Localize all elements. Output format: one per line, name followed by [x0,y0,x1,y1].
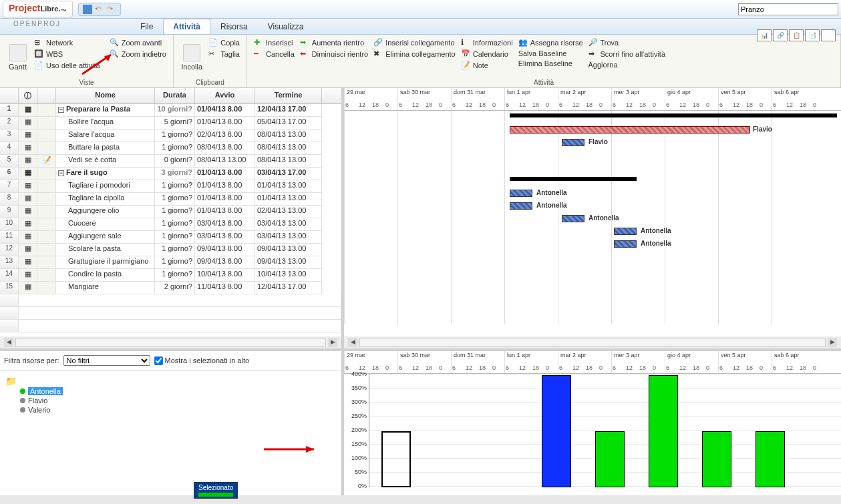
gantt-bar[interactable] [510,113,837,117]
hscroll-right[interactable]: ◀▶ [344,336,841,348]
task-table-body[interactable]: 1▦−Preparare la Pasta10 giorni?01/04/13 … [0,104,341,336]
zoom-in-item[interactable]: 🔍Zoom avanti [108,37,168,48]
tracking-view-icon[interactable]: 📋 [789,29,804,41]
ins-link-item[interactable]: 🔗Inserisi collegamento [372,37,457,48]
info-item[interactable]: ℹInformazioni [460,37,514,48]
sub-brand: OPENPROJ [13,20,61,27]
table-header: ⓘ Nome Durata Avvio Termine [0,88,341,104]
usage-view-icon[interactable]: 📑 [805,29,820,41]
link-icon: 🔗 [373,38,383,47]
assegna-item[interactable]: 👥Assegna risorse [517,37,584,48]
gantt-bar-label: Antonella [641,240,671,247]
table-row[interactable]: 15▦Mangiare2 giorni?11/04/13 8.0012/04/1… [0,282,341,294]
taglia-item[interactable]: ✂Taglia [207,49,241,59]
find-icon: 🔎 [588,38,598,47]
red-arrow-bottom [261,443,321,457]
diminuisci-item[interactable]: ⬅Diminuisci rientro [299,49,369,59]
table-row[interactable]: 5▦📝Vedi se è cotta0 giorni?08/04/13 13.0… [0,155,341,168]
cancella-item[interactable]: ━Cancella [253,49,296,59]
indent-right-icon: ➡ [300,38,309,47]
blank-view-icon[interactable] [821,29,836,41]
scorri-item[interactable]: ➡Scorri fino all'attività [587,49,667,59]
legend-selezionato: Selezionato [194,482,238,499]
tab-file[interactable]: File [130,19,163,34]
resource-tree[interactable]: 📁 AntonellaFlavioValerio [0,370,341,495]
cal-item[interactable]: 📅Calendario [460,49,514,59]
tab-risorsa[interactable]: Risorsa [210,19,258,34]
resource-item[interactable]: Flavio [5,396,336,405]
gantt-bar[interactable] [510,177,637,181]
copia-item[interactable]: 📄Copia [207,37,241,48]
table-row[interactable]: 1▦−Preparare la Pasta10 giorni?01/04/13 … [0,104,341,117]
table-row[interactable]: 2▦Bollire l'acqua5 giorni?01/04/13 8.000… [0,117,341,130]
cut-icon: ✂ [208,49,218,59]
gantt-button[interactable]: Gantt [5,37,30,77]
gantt-bar[interactable] [510,190,532,197]
gantt-bar[interactable] [562,139,584,146]
gantt-bar-label: Antonella [641,227,671,234]
gantt-bar[interactable] [510,202,532,210]
gantt-bar-label: Antonella [588,214,619,222]
group-label-clipboard: Clipboard [179,77,241,86]
show-selected-check[interactable]: Mostra i selezionati in alto [154,356,250,365]
indent-left-icon: ⬅ [300,49,309,59]
filter-label: Filtra risorse per: [4,356,59,364]
search-input[interactable] [738,3,838,15]
folder-icon: 📁 [5,376,336,387]
del-link-item[interactable]: ✖Elimina collegamento [372,49,457,59]
trova-item[interactable]: 🔎Trova [587,37,667,48]
save-icon[interactable] [83,5,92,14]
resource-item[interactable]: Antonella [5,387,336,396]
gantt-bar[interactable] [562,215,584,222]
timeline-header: 29 mar612180sab 30 mar612180dom 31 mar61… [344,88,841,111]
filter-combo[interactable]: No filtri [63,355,150,366]
table-row[interactable]: 10▦Cuocere1 giorno?03/04/13 8.0003/04/13… [0,218,341,231]
network-view-icon[interactable]: 🔗 [773,29,788,41]
aggiorna-item[interactable]: Aggiorna [587,60,667,69]
undo-icon[interactable]: ↶ [95,5,104,14]
tab-attività[interactable]: Attività [163,19,210,34]
network-icon: ⊞ [34,38,43,47]
gantt-bar-label: Flavio [753,125,772,133]
gantt-bar-label: Flavio [588,138,608,146]
tab-visualizza[interactable]: Visualizza [258,19,314,34]
table-row[interactable]: 6▦−Fare il sugo3 giorni?01/04/13 8.0003/… [0,168,341,180]
table-row[interactable]: 4▦Buttare la pasta1 giorno?08/04/13 8.00… [0,142,341,155]
note-item[interactable]: 📝Note [460,60,514,71]
incolla-button[interactable]: Incolla [179,37,204,77]
chart-view-icon[interactable]: 📊 [757,29,772,41]
aumenta-item[interactable]: ➡Aumenta rientro [299,37,369,48]
table-row[interactable]: 8▦Tagliare la cipolla1 giorno?01/04/13 8… [0,193,341,206]
gantt-chart[interactable]: FlavioFlavioAntonellaAntonellaAntonellaA… [344,111,841,324]
gantt-bar[interactable] [614,240,637,248]
table-row[interactable]: 3▦Salare l'acqua1 giorno?02/04/13 8.0008… [0,130,341,142]
table-row[interactable]: 13▦Grattugiare il parmigiano1 giorno?09/… [0,256,341,269]
histogram-bar [755,431,785,487]
note-icon: 📝 [461,61,470,70]
histogram-body: 0%50%100%150%200%250%300%350%400% [344,374,841,487]
gantt-bar[interactable] [510,126,750,134]
elimina-baseline-item[interactable]: Elimina Baseline [517,59,584,68]
table-row[interactable]: 9▦Aggiungere olio1 giorno?01/04/13 8.000… [0,206,341,218]
histogram-bar [381,431,411,487]
network-item[interactable]: ⊞Network [33,37,102,48]
assign-icon: 👥 [518,38,528,47]
copy-icon: 📄 [208,38,218,47]
quick-access-toolbar: ↶ ↷ [78,3,121,16]
redo-icon[interactable]: ↷ [107,5,116,14]
wbs-icon: 🔲 [34,49,43,59]
hscroll-left[interactable]: ◀▶ [0,336,341,348]
uso-icon: 📄 [34,61,43,70]
table-row[interactable]: 14▦Condire la pasta1 giorno?10/04/13 8.0… [0,269,341,282]
gantt-bar[interactable] [614,228,637,235]
table-row[interactable]: 12▦Scolare la pasta1 giorno?09/04/13 8.0… [0,244,341,256]
table-row[interactable]: 7▦Tagliare i pomodori1 giorno?01/04/13 8… [0,180,341,193]
histogram-bar [702,431,731,487]
salva-baseline-item[interactable]: Salva Baseline [517,49,584,58]
minus-icon: ━ [254,49,263,59]
app-logo: ProjectLibre.™ [3,1,73,17]
table-row[interactable]: 11▦Aggiungere sale1 giorno?03/04/13 8.00… [0,231,341,244]
resource-item[interactable]: Valerio [5,405,336,415]
gantt-bar-label: Antonella [536,202,567,209]
inserisci-item[interactable]: ✚Inserisci [253,37,296,48]
